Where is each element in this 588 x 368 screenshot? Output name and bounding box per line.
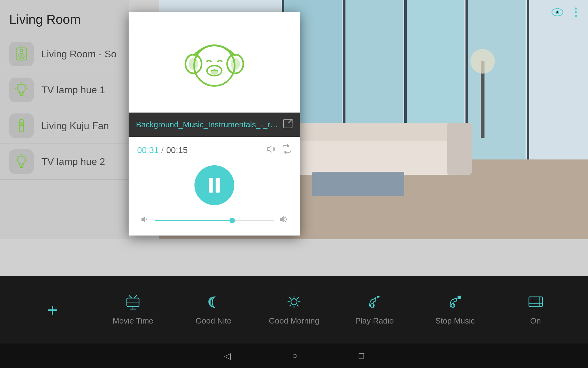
svg-line-75 <box>290 305 291 306</box>
bottom-nav: + Movie Time Good Nite <box>0 276 588 343</box>
nav-label-good-nite: Good Nite <box>196 316 232 326</box>
svg-point-46 <box>575 8 577 10</box>
music-play-icon <box>367 294 383 313</box>
svg-point-35 <box>21 124 22 125</box>
svg-point-47 <box>575 11 577 13</box>
volume-thumb <box>229 218 235 223</box>
modal-controls: 00:31 / 00:15 <box>129 137 300 236</box>
time-total: 00:15 <box>166 145 188 155</box>
list-item[interactable]: Living Kuju Fan <box>0 108 129 144</box>
recent-button[interactable]: □ <box>359 351 364 361</box>
svg-marker-58 <box>268 146 272 152</box>
nav-label-on: On <box>530 316 541 326</box>
music-player-modal: Background_Music_Instrumentals_-_relaxda… <box>129 12 300 236</box>
device-icon-speaker <box>9 42 34 66</box>
eye-icon[interactable] <box>551 6 564 21</box>
monkey-headphone-icon <box>181 29 248 96</box>
time-current: 00:31 <box>137 145 159 155</box>
device-name: TV lamp hue 2 <box>41 156 105 167</box>
nav-label-stop-music: Stop Music <box>435 316 475 326</box>
device-icon-fan <box>9 113 34 138</box>
nav-item-on[interactable]: On <box>495 288 576 332</box>
svg-line-41 <box>17 156 18 156</box>
pause-icon <box>209 178 220 193</box>
expand-icon[interactable] <box>283 119 293 131</box>
svg-point-67 <box>291 299 297 305</box>
nav-item-add[interactable]: + <box>12 293 93 327</box>
modal-title-bar: Background_Music_Instrumentals_-_relaxda… <box>129 113 300 137</box>
device-icon-bulb <box>9 78 34 102</box>
device-list: Living Room - So TV lamp hue 1 <box>0 36 129 180</box>
song-title: Background_Music_Instrumentals_-_relaxda… <box>136 120 278 129</box>
svg-line-39 <box>25 156 26 156</box>
svg-point-36 <box>17 156 25 164</box>
page-title: Living Room <box>0 6 129 36</box>
time-icons <box>266 144 292 156</box>
svg-rect-81 <box>529 297 542 307</box>
more-icon[interactable] <box>570 6 582 21</box>
device-name: Living Room - So <box>41 48 116 60</box>
list-item[interactable]: TV lamp hue 1 <box>0 72 129 108</box>
nav-item-good-nite[interactable]: Good Nite <box>173 288 254 332</box>
mute-icon[interactable] <box>266 144 276 156</box>
time-separator: / <box>161 145 164 155</box>
svg-line-31 <box>17 84 18 85</box>
nav-label-play-radio: Play Radio <box>355 316 394 326</box>
sun-icon <box>286 294 302 313</box>
svg-line-57 <box>288 119 292 123</box>
volume-track[interactable] <box>155 220 274 221</box>
volume-high-icon <box>279 214 288 226</box>
svg-point-18 <box>470 49 495 74</box>
album-art <box>129 12 300 113</box>
device-name: TV lamp hue 1 <box>41 84 105 96</box>
svg-line-74 <box>297 297 298 299</box>
pause-button[interactable] <box>194 165 234 205</box>
android-nav: ◁ ○ □ <box>0 343 588 368</box>
nav-item-play-radio[interactable]: Play Radio <box>334 288 415 332</box>
svg-rect-11 <box>468 0 526 159</box>
film-icon <box>528 294 544 313</box>
svg-marker-78 <box>377 296 381 298</box>
music-stop-icon <box>447 294 463 313</box>
svg-line-72 <box>290 297 291 299</box>
top-bar <box>551 6 582 21</box>
nav-item-stop-music[interactable]: Stop Music <box>415 288 495 332</box>
svg-point-24 <box>21 55 22 57</box>
svg-line-29 <box>25 84 26 85</box>
back-button[interactable]: ◁ <box>224 351 231 361</box>
time-row: 00:31 / 00:15 <box>137 144 292 156</box>
svg-point-25 <box>20 49 23 52</box>
list-item[interactable]: Living Room - So <box>0 36 129 72</box>
svg-rect-7 <box>527 0 529 159</box>
device-icon-bulb2 <box>9 149 34 174</box>
svg-rect-16 <box>312 172 404 196</box>
nav-item-good-morning[interactable]: Good Morning <box>254 288 334 332</box>
sidebar: Living Room Living Room - So <box>0 0 129 239</box>
svg-rect-15 <box>447 123 472 175</box>
svg-marker-61 <box>141 216 145 222</box>
svg-marker-62 <box>280 216 284 222</box>
repeat-icon[interactable] <box>282 144 292 156</box>
volume-fill <box>155 220 232 221</box>
nav-label-good-morning: Good Morning <box>269 316 319 326</box>
nav-label-movie-time: Movie Time <box>113 316 153 326</box>
svg-point-45 <box>556 11 558 13</box>
svg-line-73 <box>297 305 298 306</box>
add-icon: + <box>47 299 58 320</box>
svg-rect-80 <box>458 296 461 299</box>
volume-row <box>137 214 292 226</box>
time-display: 00:31 / 00:15 <box>137 145 188 155</box>
play-btn-container <box>137 162 292 208</box>
svg-point-48 <box>575 15 577 17</box>
device-name: Living Kuju Fan <box>41 120 109 132</box>
nav-item-movie-time[interactable]: Movie Time <box>93 288 173 332</box>
home-button[interactable]: ○ <box>292 351 297 361</box>
moon-icon <box>205 294 221 313</box>
list-item[interactable]: TV lamp hue 2 <box>0 144 129 180</box>
svg-point-26 <box>17 84 25 92</box>
tv-icon <box>125 294 141 313</box>
volume-low-icon <box>140 214 150 226</box>
